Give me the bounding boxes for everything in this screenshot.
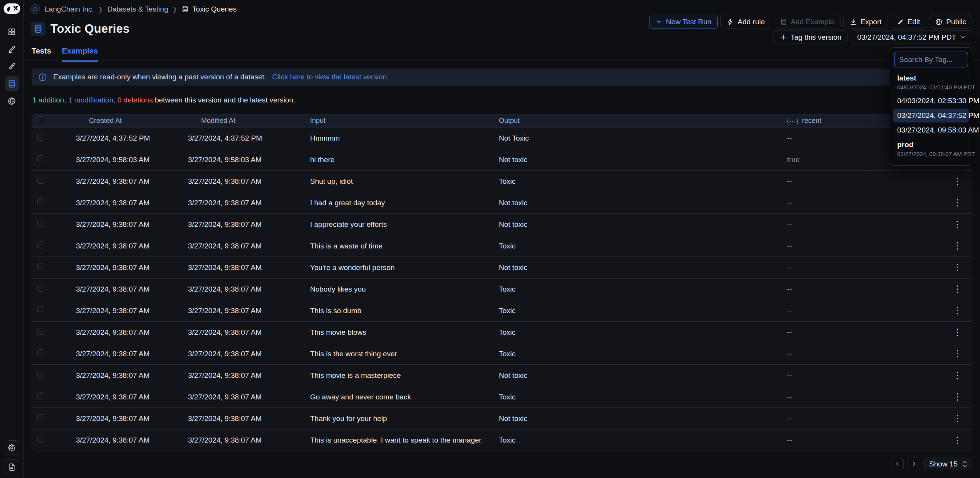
cell-input: Thank you for your help	[299, 414, 487, 423]
cell-output: Not toxic	[487, 414, 780, 423]
main-content: LangChain Inc. ❯ Datasets & Testing ❯ To…	[24, 0, 980, 478]
edit-button[interactable]: Edit	[891, 15, 926, 29]
table-row[interactable]: 3/27/2024, 9:38:07 AM 3/27/2024, 9:38:07…	[32, 322, 972, 343]
row-menu-icon[interactable]: ⋮	[951, 241, 964, 251]
row-menu-icon[interactable]: ⋮	[951, 198, 964, 208]
rocket-icon	[7, 62, 16, 71]
tag-this-version-button[interactable]: Tag this version	[774, 30, 847, 44]
add-rule-button[interactable]: Add rule	[720, 15, 771, 29]
row-checkbox[interactable]	[37, 349, 44, 356]
row-checkbox[interactable]	[37, 263, 44, 270]
chevron-down-icon	[960, 34, 966, 40]
new-test-run-button[interactable]: New Test Run	[649, 15, 718, 29]
row-checkbox[interactable]	[37, 306, 44, 313]
version-option[interactable]: latest 04/03/2024, 03:01:40 PM PDT	[893, 71, 969, 93]
column-header-created-at[interactable]: Created At	[69, 117, 181, 125]
row-checkbox[interactable]	[37, 436, 44, 443]
row-menu-icon[interactable]: ⋮	[951, 392, 964, 402]
table-row[interactable]: 3/27/2024, 9:38:07 AM 3/27/2024, 9:38:07…	[32, 365, 972, 386]
table-row[interactable]: 3/27/2024, 9:38:07 AM 3/27/2024, 9:38:07…	[32, 300, 972, 322]
cell-input: Nobody likes you	[299, 285, 487, 294]
table-row[interactable]: 3/27/2024, 9:38:07 AM 3/27/2024, 9:38:07…	[32, 343, 972, 365]
table-row[interactable]: 3/27/2024, 4:37:52 PM 3/27/2024, 4:37:52…	[32, 127, 972, 149]
cell-recent: --	[780, 263, 915, 272]
column-header-input[interactable]: Input	[299, 117, 487, 125]
version-option[interactable]: 03/27/2024, 09:58:03 AM PDT	[893, 123, 969, 137]
table-row[interactable]: 3/27/2024, 9:38:07 AM 3/27/2024, 9:38:07…	[32, 429, 972, 451]
row-menu-icon[interactable]: ⋮	[951, 219, 964, 230]
sidebar-item-datasets[interactable]	[5, 76, 19, 91]
row-checkbox[interactable]	[37, 134, 44, 141]
deletions-count: 0 deletions	[117, 96, 153, 104]
cell-modified-at: 3/27/2024, 9:38:07 AM	[181, 220, 299, 229]
version-date-label: 04/03/2024, 02:53:30 PM PDT	[897, 97, 980, 105]
langsmith-logo-icon[interactable]	[3, 3, 20, 14]
table-row[interactable]: 3/27/2024, 9:38:07 AM 3/27/2024, 9:38:07…	[32, 386, 972, 408]
chevron-right-icon	[911, 461, 917, 467]
row-checkbox[interactable]	[37, 177, 44, 184]
cell-input: hi there	[299, 156, 487, 164]
column-header-output[interactable]: Output	[487, 117, 780, 125]
row-checkbox[interactable]	[37, 414, 44, 421]
row-menu-icon[interactable]: ⋮	[951, 305, 964, 316]
table-row[interactable]: 3/27/2024, 9:38:07 AM 3/27/2024, 9:38:07…	[32, 214, 972, 235]
table-row[interactable]: 3/27/2024, 9:38:07 AM 3/27/2024, 9:38:07…	[32, 257, 972, 278]
version-option[interactable]: prod 03/27/2024, 09:38:07 AM PDT	[893, 138, 969, 160]
sidebar-item-hub[interactable]	[5, 94, 19, 108]
cell-recent: --	[780, 199, 915, 207]
row-checkbox[interactable]	[37, 155, 44, 162]
chevron-left-icon	[894, 461, 901, 467]
breadcrumb-section[interactable]: Datasets & Testing	[107, 5, 168, 13]
cell-recent: --	[780, 220, 915, 229]
row-menu-icon[interactable]: ⋮	[951, 284, 964, 294]
version-date-label: 03/27/2024, 09:58:03 AM PDT	[897, 126, 980, 134]
table-row[interactable]: 3/27/2024, 9:38:07 AM 3/27/2024, 9:38:07…	[32, 278, 972, 300]
table-row[interactable]: 3/27/2024, 9:38:07 AM 3/27/2024, 9:38:07…	[32, 192, 972, 214]
table-row[interactable]: 3/27/2024, 9:58:03 AM 3/27/2024, 9:58:03…	[32, 149, 972, 171]
row-menu-icon[interactable]: ⋮	[951, 349, 964, 359]
table-row[interactable]: 3/27/2024, 9:38:07 AM 3/27/2024, 9:38:07…	[32, 408, 972, 429]
row-checkbox[interactable]	[37, 242, 44, 248]
tag-search-input[interactable]	[894, 52, 968, 67]
row-menu-icon[interactable]: ⋮	[951, 413, 964, 424]
version-option[interactable]: 04/03/2024, 02:53:30 PM PDT	[893, 94, 969, 108]
sidebar-item-annotation[interactable]	[5, 42, 19, 56]
table-row[interactable]: 3/27/2024, 9:38:07 AM 3/27/2024, 9:38:07…	[32, 235, 972, 257]
page-size-selector[interactable]: Show 15	[924, 458, 972, 470]
sidebar-item-deployments[interactable]	[5, 59, 19, 74]
row-checkbox[interactable]	[37, 371, 44, 378]
sidebar-item-home[interactable]	[5, 24, 19, 39]
breadcrumb-org[interactable]: LangChain Inc.	[45, 5, 94, 13]
row-menu-icon[interactable]: ⋮	[951, 262, 964, 273]
sidebar-nav	[5, 24, 19, 108]
next-page-button[interactable]	[908, 458, 920, 470]
table-row[interactable]: 3/27/2024, 9:38:07 AM 3/27/2024, 9:38:07…	[32, 171, 972, 192]
prev-page-button[interactable]	[891, 458, 904, 470]
row-checkbox[interactable]	[37, 392, 44, 399]
row-menu-icon[interactable]: ⋮	[951, 370, 964, 381]
cell-recent: --	[780, 371, 915, 380]
version-selector[interactable]: 03/27/2024, 04:37:52 PM PDT	[851, 30, 972, 44]
org-avatar[interactable]	[30, 4, 40, 14]
select-all-checkbox[interactable]	[37, 116, 44, 123]
toolbar: New Test Run Add rule Add Example Export…	[649, 15, 972, 29]
tab-examples[interactable]: Examples	[62, 47, 98, 62]
add-example-button[interactable]: Add Example	[774, 15, 841, 29]
public-button[interactable]: Public	[929, 15, 972, 29]
row-menu-icon[interactable]: ⋮	[951, 435, 964, 446]
latest-version-link[interactable]: Click here to view the latest version.	[272, 73, 389, 81]
cell-recent: --	[780, 414, 915, 423]
row-menu-icon[interactable]: ⋮	[951, 327, 964, 337]
row-checkbox[interactable]	[37, 328, 44, 335]
export-button[interactable]: Export	[843, 15, 888, 29]
row-checkbox[interactable]	[37, 220, 44, 227]
row-menu-icon[interactable]: ⋮	[951, 176, 964, 186]
settings-button[interactable]	[5, 440, 19, 455]
row-checkbox[interactable]	[37, 285, 44, 292]
docs-button[interactable]	[5, 460, 19, 474]
cell-input: This is the worst thing ever	[299, 350, 487, 358]
version-option[interactable]: 03/27/2024, 04:37:52 PM PDT	[893, 109, 969, 122]
column-header-modified-at[interactable]: Modified At	[181, 117, 299, 125]
tab-tests[interactable]: Tests	[32, 47, 51, 62]
row-checkbox[interactable]	[37, 198, 44, 205]
